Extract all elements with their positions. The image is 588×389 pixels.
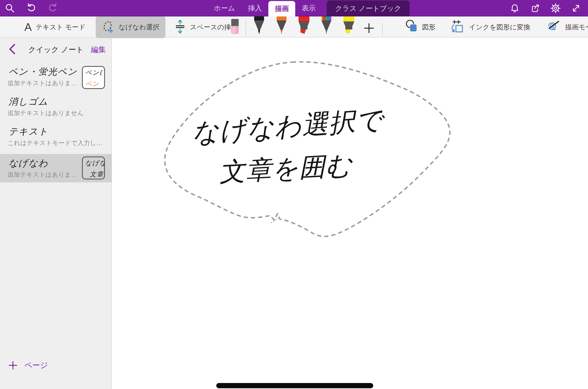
- draw-mode-button[interactable]: 描画モード: [544, 17, 588, 37]
- page-thumbnail: ペン( ペン: [82, 66, 105, 89]
- ink-to-shape-label: インクを図形に変換: [469, 23, 530, 32]
- home-indicator[interactable]: [216, 383, 373, 388]
- red-highlighter[interactable]: [296, 16, 312, 36]
- topbar-right-icons: [509, 0, 582, 16]
- draw-toolbar: A テキスト モード なげなわ選択: [0, 16, 588, 38]
- pens-end-divider: [382, 23, 383, 36]
- lasso-icon: [102, 20, 115, 35]
- plus-icon: [8, 361, 17, 370]
- page-title: なげなわ: [8, 157, 48, 169]
- orange-pen[interactable]: [274, 16, 290, 36]
- pen-tray-divider: [246, 23, 246, 36]
- topbar-left-icons: [4, 0, 58, 16]
- search-icon[interactable]: [4, 3, 15, 14]
- edit-button[interactable]: 編集: [91, 45, 106, 55]
- ink-to-shape-button[interactable]: インクを図形に変換: [447, 17, 534, 37]
- page-subtitle: 追加テキストはありま…: [7, 170, 77, 179]
- page-title: テキスト: [8, 125, 48, 138]
- page-subtitle: これはテキストモードで入力し…: [7, 139, 102, 147]
- eraser-tool[interactable]: [229, 19, 241, 36]
- shapes-icon: [405, 20, 418, 34]
- tab-view[interactable]: 表示: [295, 0, 322, 16]
- page-item-eraser[interactable]: 消しゴム 追加テキストはありません: [0, 94, 112, 122]
- share-icon[interactable]: [530, 3, 541, 14]
- handwritten-ink[interactable]: なげなわ選択で 文章を囲む: [191, 104, 386, 187]
- shapes-button[interactable]: 図形: [402, 17, 439, 37]
- top-app-bar: ホーム 挿入 描画 表示 クラス ノートブック: [0, 0, 588, 16]
- text-mode-button[interactable]: A テキスト モード: [21, 19, 89, 35]
- text-mode-label: テキスト モード: [36, 23, 85, 32]
- rainbow-pen[interactable]: [318, 16, 334, 36]
- tab-draw[interactable]: 描画: [268, 1, 295, 16]
- lasso-select-label: なげなわ選択: [119, 23, 160, 32]
- onenote-draw-screen: ホーム 挿入 描画 表示 クラス ノートブック: [0, 0, 588, 389]
- tab-home[interactable]: ホーム: [207, 0, 241, 16]
- ink-to-shape-icon: [450, 19, 465, 35]
- add-page-label: ページ: [24, 360, 48, 371]
- draw-mode-label: 描画モード: [565, 23, 588, 32]
- yellow-highlighter[interactable]: [341, 16, 357, 36]
- page-item-text[interactable]: テキスト これはテキストモードで入力し…: [0, 124, 112, 152]
- draw-mode-icon: [547, 20, 561, 34]
- insert-space-icon: [174, 19, 186, 35]
- pen-tray: [229, 16, 383, 38]
- page-item-lasso[interactable]: なげなわ 追加テキストはありま… なげな 文章を: [0, 154, 112, 182]
- note-canvas[interactable]: なげなわ選択で 文章を囲む: [112, 38, 588, 389]
- ribbon-tabs: ホーム 挿入 描画 表示 クラス ノートブック: [207, 0, 410, 16]
- fullscreen-icon[interactable]: [571, 3, 582, 14]
- ink-line-2: 文章を囲む: [218, 150, 354, 187]
- ink-line-1: なげなわ選択で: [191, 104, 386, 148]
- text-mode-icon: A: [24, 22, 32, 33]
- page-thumbnail: なげな 文章を: [82, 156, 105, 179]
- lasso-select-button[interactable]: なげなわ選択: [96, 16, 166, 38]
- notifications-icon[interactable]: [509, 3, 520, 14]
- page-item-pen-highlighter[interactable]: ペン・蛍光ペン 追加テキストはありま… ペン( ペン: [0, 65, 112, 94]
- add-pen-icon[interactable]: [363, 22, 375, 35]
- tab-class-notebook[interactable]: クラス ノートブック: [327, 0, 410, 16]
- page-list-sidebar: クイック ノート 編集 ペン・蛍光ペン 追加テキストはありま… ペン( ペン 消…: [0, 38, 112, 389]
- page-title: ペン・蛍光ペン: [8, 66, 77, 78]
- page-subtitle: 追加テキストはありま…: [7, 79, 77, 87]
- redo-icon[interactable]: [47, 3, 58, 14]
- shapes-label: 図形: [422, 23, 436, 32]
- tab-insert[interactable]: 挿入: [241, 0, 268, 16]
- page-title: 消しゴム: [8, 95, 48, 108]
- lasso-selection-outline[interactable]: [165, 62, 450, 236]
- black-pen[interactable]: [251, 16, 267, 36]
- page-subtitle: 追加テキストはありません: [7, 109, 84, 117]
- sidebar-header: クイック ノート 編集: [0, 42, 112, 56]
- settings-icon[interactable]: [550, 3, 561, 14]
- add-page-button[interactable]: ページ: [8, 360, 48, 371]
- undo-icon[interactable]: [26, 3, 37, 14]
